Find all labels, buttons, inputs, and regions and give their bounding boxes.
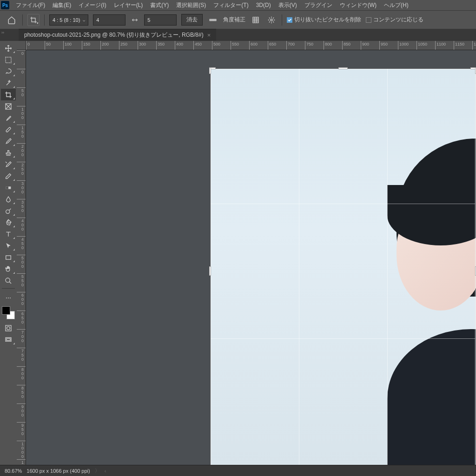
tools-panel: ⋯ xyxy=(0,41,17,465)
type-tool[interactable] xyxy=(1,228,16,240)
menu-filter[interactable]: フィルター(T) xyxy=(210,0,252,10)
ruler-tick: 350 xyxy=(156,41,175,50)
crop-tool-indicator[interactable]: ▾ xyxy=(27,14,40,26)
svg-rect-14 xyxy=(7,338,10,340)
history-brush-icon xyxy=(5,161,12,168)
straighten-button[interactable] xyxy=(207,14,218,26)
ruler-tick: 1200 xyxy=(472,41,476,50)
aspect-ratio-preset[interactable]: 4 : 5 (8 : 10) ⌵ xyxy=(49,14,88,26)
ellipsis-icon: ⋯ xyxy=(6,295,11,301)
screen-mode-icon xyxy=(5,336,12,344)
ruler-origin[interactable] xyxy=(17,41,26,50)
menu-edit[interactable]: 編集(E) xyxy=(49,0,75,10)
crop-tool[interactable] xyxy=(1,89,16,100)
expand-panels-icon[interactable]: ›› xyxy=(1,30,4,35)
delete-cropped-pixels-checkbox[interactable]: 切り抜いたピクセルを削除 xyxy=(287,16,361,24)
menu-type[interactable]: 書式(Y) xyxy=(146,0,172,10)
path-selection-tool[interactable] xyxy=(1,240,16,251)
close-tab-button[interactable]: × xyxy=(207,32,211,39)
frame-tool[interactable] xyxy=(1,100,16,112)
quick-mask-toggle[interactable] xyxy=(1,322,16,334)
svg-rect-3 xyxy=(6,57,11,63)
scroll-left-icon[interactable]: ‹ xyxy=(105,468,106,474)
zoom-level[interactable]: 80.67% xyxy=(5,468,22,474)
zoom-tool[interactable] xyxy=(1,275,16,286)
menu-select[interactable]: 選択範囲(S) xyxy=(172,0,210,10)
zoom-icon xyxy=(5,277,12,284)
crop-icon xyxy=(30,16,37,24)
crop-height-input[interactable] xyxy=(144,14,177,26)
chevron-down-icon: ⌵ xyxy=(83,18,85,22)
quick-mask-icon xyxy=(5,324,12,332)
marquee-icon xyxy=(5,56,12,64)
blur-tool[interactable] xyxy=(1,193,16,205)
home-button[interactable] xyxy=(6,14,18,26)
svg-rect-6 xyxy=(6,186,11,189)
eyedropper-tool[interactable] xyxy=(1,112,16,124)
menu-view[interactable]: 表示(V) xyxy=(275,0,301,10)
ruler-tick: 0 xyxy=(26,41,45,50)
separator xyxy=(44,14,45,26)
shape-tool[interactable] xyxy=(1,251,16,263)
eraser-tool[interactable] xyxy=(1,170,16,182)
ruler-tick: 750 xyxy=(305,41,324,50)
document-tab-bar: ›› photoshop-cutout-2021-25.png @ 80.7% … xyxy=(0,29,476,41)
crop-bounding-box[interactable] xyxy=(211,69,476,465)
edit-toolbar[interactable]: ⋯ xyxy=(1,292,16,304)
stamp-icon xyxy=(5,149,12,157)
foreground-color-swatch[interactable] xyxy=(2,306,10,315)
lasso-tool[interactable] xyxy=(1,66,16,77)
crop-handle-tl[interactable] xyxy=(209,67,211,74)
screen-mode-toggle[interactable] xyxy=(1,334,16,345)
healing-tool[interactable] xyxy=(1,124,16,135)
pen-tool[interactable] xyxy=(1,217,16,228)
horizontal-ruler[interactable]: 0501001502002503003504004505005506006507… xyxy=(26,41,476,50)
crop-handle-top[interactable] xyxy=(338,67,348,69)
menu-help[interactable]: ヘルプ(H) xyxy=(380,0,412,10)
overlay-options-button[interactable] xyxy=(250,14,261,26)
ruler-tick: 800 xyxy=(17,366,26,385)
crop-width-input[interactable] xyxy=(93,14,126,26)
chevron-down-icon: ▾ xyxy=(37,21,39,25)
rectangle-icon xyxy=(5,254,12,261)
swap-icon xyxy=(132,17,138,23)
menu-3d[interactable]: 3D(D) xyxy=(252,1,275,9)
checkbox-unchecked-icon xyxy=(366,17,371,23)
menu-file[interactable]: ファイル(F) xyxy=(12,0,49,10)
crop-handle-left[interactable] xyxy=(209,266,211,276)
swap-dimensions-button[interactable] xyxy=(130,15,139,25)
menu-window[interactable]: ウィンドウ(W) xyxy=(336,0,380,10)
menu-bar: Ps ファイル(F) 編集(E) イメージ(I) レイヤー(L) 書式(Y) 選… xyxy=(0,0,476,10)
content-aware-checkbox[interactable]: コンテンツに応じる xyxy=(366,16,423,24)
dodge-tool[interactable] xyxy=(1,205,16,217)
menu-layer[interactable]: レイヤー(L) xyxy=(110,0,147,10)
gradient-tool[interactable] xyxy=(1,182,16,193)
wand-icon xyxy=(5,79,12,87)
menu-plugin[interactable]: プラグイン xyxy=(301,0,336,10)
app-logo-icon: Ps xyxy=(1,1,9,9)
chevron-right-icon[interactable]: 〉 xyxy=(95,467,100,474)
arrow-icon xyxy=(5,242,12,250)
ruler-tick: 650 xyxy=(17,311,26,329)
color-swatches[interactable] xyxy=(2,306,15,319)
ruler-tick: 750 xyxy=(17,348,26,366)
clear-button[interactable]: 消去 xyxy=(181,14,203,26)
vertical-ruler[interactable]: 0050100150200250300350400450500550600650… xyxy=(17,50,26,465)
ruler-tick: 650 xyxy=(268,41,286,50)
ruler-tick: 850 xyxy=(342,41,361,50)
crop-options-button[interactable] xyxy=(266,14,277,26)
move-tool[interactable] xyxy=(1,42,16,54)
history-brush-tool[interactable] xyxy=(1,159,16,170)
menu-image[interactable]: イメージ(I) xyxy=(75,0,110,10)
ruler-tick: 400 xyxy=(17,218,26,236)
home-icon xyxy=(7,16,16,24)
stamp-tool[interactable] xyxy=(1,147,16,159)
document-dimensions[interactable]: 1600 px x 1066 px (400 ppi) xyxy=(26,468,90,474)
canvas[interactable] xyxy=(26,50,476,465)
marquee-tool[interactable] xyxy=(1,54,16,66)
hand-tool[interactable] xyxy=(1,263,16,275)
frame-icon xyxy=(5,103,12,110)
brush-tool[interactable] xyxy=(1,135,16,147)
wand-tool[interactable] xyxy=(1,77,16,89)
document-tab[interactable]: photoshop-cutout-2021-25.png @ 80.7% (切り… xyxy=(19,29,216,41)
